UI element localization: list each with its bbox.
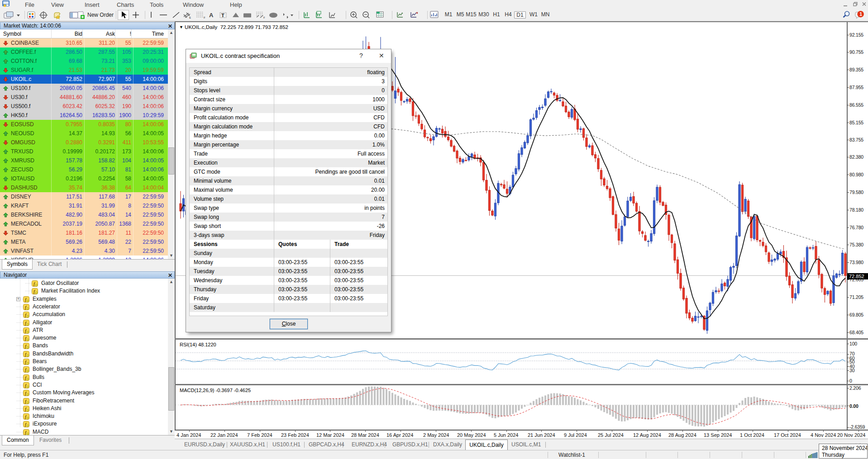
svg-text:T: T [221,13,224,18]
svg-text:E: E [189,16,191,19]
svg-text:1: 1 [859,12,862,17]
svg-text:F: F [263,16,265,19]
svg-text:F: F [204,16,205,19]
svg-text:A: A [209,12,214,19]
